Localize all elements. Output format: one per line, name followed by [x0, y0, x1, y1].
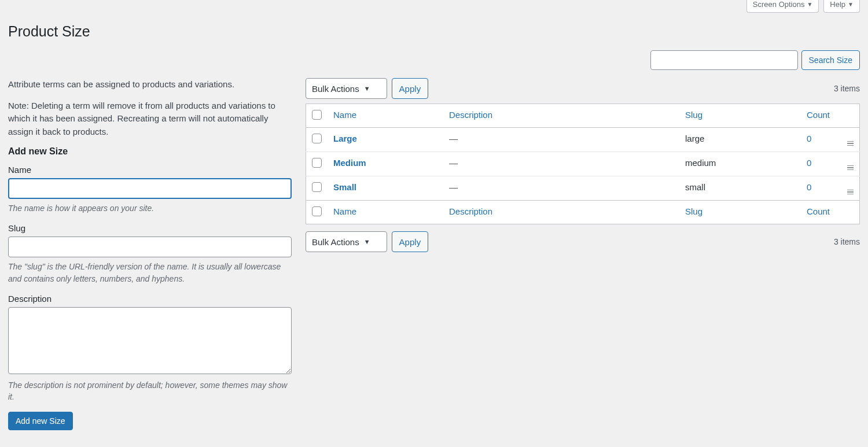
column-count-sort[interactable]: Count	[807, 206, 830, 216]
chevron-down-icon: ▼	[848, 1, 854, 8]
slug-label: Slug	[8, 223, 292, 233]
page-title: Product Size	[8, 23, 860, 40]
select-all-top[interactable]	[312, 110, 322, 120]
add-new-size-button[interactable]: Add new Size	[8, 412, 73, 430]
slug-help: The "slug" is the URL-friendly version o…	[8, 261, 292, 285]
screen-options-tab[interactable]: Screen Options ▼	[746, 0, 819, 13]
name-input[interactable]	[8, 178, 292, 199]
slug-input[interactable]	[8, 237, 292, 257]
apply-button-bottom[interactable]: Apply	[392, 231, 429, 252]
description-textarea[interactable]	[8, 307, 292, 374]
term-count-link[interactable]: 0	[807, 158, 811, 168]
term-name-link[interactable]: Small	[333, 182, 356, 192]
bulk-actions-label: Bulk Actions	[312, 237, 359, 247]
row-checkbox[interactable]	[312, 158, 322, 168]
term-name-link[interactable]: Large	[333, 134, 357, 143]
items-count-bottom: 3 items	[834, 237, 860, 246]
bulk-actions-label: Bulk Actions	[312, 84, 359, 94]
column-slug-sort[interactable]: Slug	[685, 206, 703, 216]
column-description-sort[interactable]: Description	[449, 110, 492, 120]
term-description: —	[443, 176, 679, 201]
table-row: Small — small 0	[306, 176, 860, 201]
bulk-actions-select-top[interactable]: Bulk Actions ▼	[306, 78, 387, 99]
form-heading: Add new Size	[8, 146, 292, 157]
term-slug: medium	[679, 152, 801, 176]
drag-handle-icon[interactable]	[847, 141, 854, 146]
intro-text-1: Attribute terms can be assigned to produ…	[8, 78, 292, 91]
apply-button-top[interactable]: Apply	[392, 78, 429, 99]
column-slug-sort[interactable]: Slug	[685, 110, 703, 120]
bulk-actions-select-bottom[interactable]: Bulk Actions ▼	[306, 231, 387, 252]
search-input[interactable]	[650, 50, 798, 70]
term-slug: large	[679, 128, 801, 152]
screen-options-label: Screen Options	[753, 0, 805, 9]
description-label: Description	[8, 294, 292, 304]
table-row: Medium — medium 0	[306, 152, 860, 176]
row-checkbox[interactable]	[312, 134, 322, 143]
column-description-sort[interactable]: Description	[449, 206, 492, 216]
select-all-bottom[interactable]	[312, 206, 322, 216]
name-label: Name	[8, 165, 292, 175]
help-tab[interactable]: Help ▼	[823, 0, 860, 13]
term-description: —	[443, 128, 679, 152]
items-count-top: 3 items	[834, 84, 860, 93]
chevron-down-icon: ▼	[364, 238, 370, 245]
term-count-link[interactable]: 0	[807, 134, 811, 143]
terms-table: Name Description Slug Count Large — larg…	[306, 104, 860, 224]
chevron-down-icon: ▼	[364, 85, 370, 92]
chevron-down-icon: ▼	[807, 1, 812, 8]
table-row: Large — large 0	[306, 128, 860, 152]
term-slug: small	[679, 176, 801, 201]
description-help: The description is not prominent by defa…	[8, 379, 292, 403]
row-checkbox[interactable]	[312, 182, 322, 192]
search-button[interactable]: Search Size	[801, 50, 860, 70]
term-description: —	[443, 152, 679, 176]
term-count-link[interactable]: 0	[807, 182, 811, 192]
intro-text-2: Note: Deleting a term will remove it fro…	[8, 99, 292, 139]
column-name-sort[interactable]: Name	[333, 110, 356, 120]
column-name-sort[interactable]: Name	[333, 206, 356, 216]
drag-handle-icon[interactable]	[847, 190, 854, 195]
drag-handle-icon[interactable]	[847, 165, 854, 171]
term-name-link[interactable]: Medium	[333, 158, 366, 168]
column-count-sort[interactable]: Count	[807, 110, 830, 120]
name-help: The name is how it appears on your site.	[8, 202, 292, 214]
help-label: Help	[830, 0, 845, 9]
